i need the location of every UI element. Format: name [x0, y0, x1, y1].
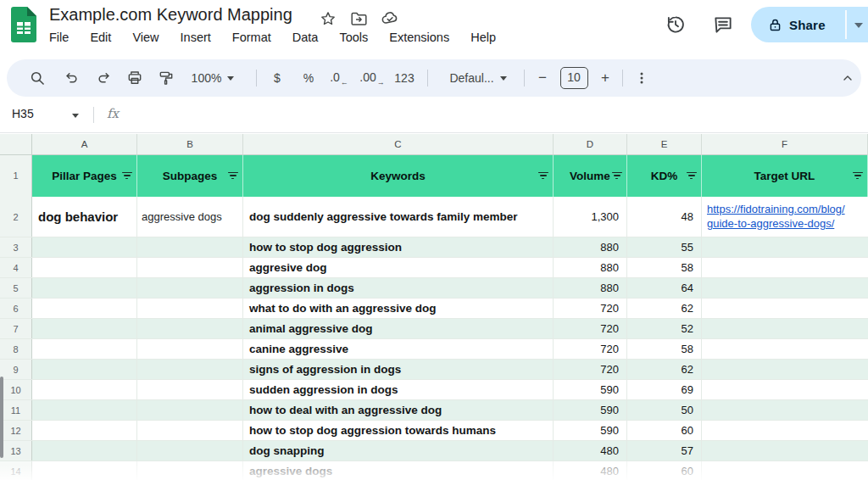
cell-E8[interactable]: 58: [627, 339, 702, 359]
cell-A7[interactable]: [32, 319, 137, 338]
cell-D4[interactable]: 880: [554, 258, 627, 277]
cell-F4[interactable]: [702, 258, 868, 277]
header-cell-keywords[interactable]: Keywords: [243, 155, 554, 197]
name-box-caret[interactable]: [72, 114, 79, 118]
column-header-e[interactable]: E: [627, 134, 702, 155]
row-header-12[interactable]: 12: [0, 421, 32, 440]
format-currency-button[interactable]: $: [264, 59, 291, 97]
row-header-2[interactable]: 2: [0, 197, 32, 237]
cell-C9[interactable]: signs of aggression in dogs: [243, 360, 554, 379]
cell-E11[interactable]: 50: [627, 400, 702, 420]
left-edge-scrollbar[interactable]: [0, 377, 3, 458]
cell-C11[interactable]: how to deal with an aggressive dog: [243, 400, 554, 420]
sheets-logo-icon[interactable]: [11, 7, 36, 42]
cell-F5[interactable]: [702, 278, 868, 298]
filter-icon[interactable]: [537, 172, 548, 181]
column-header-a[interactable]: A: [32, 134, 137, 155]
cell-F2[interactable]: https://fidotraining.com/blog/guide-to-a…: [702, 197, 868, 237]
target-url-link[interactable]: https://fidotraining.com/blog/: [707, 203, 868, 217]
cell-F13[interactable]: [702, 441, 868, 460]
cell-E9[interactable]: 62: [627, 360, 702, 379]
menu-item-insert[interactable]: Insert: [181, 31, 211, 44]
cell-B6[interactable]: [137, 299, 243, 318]
cell-A5[interactable]: [32, 278, 137, 298]
cell-B7[interactable]: [137, 319, 243, 338]
row-header-1[interactable]: 1: [0, 155, 32, 197]
filter-icon[interactable]: [611, 172, 622, 181]
row-header-9[interactable]: 9: [0, 360, 32, 379]
print-button[interactable]: [121, 59, 148, 97]
zoom-select[interactable]: 100%: [185, 59, 241, 97]
cell-F12[interactable]: [702, 421, 868, 440]
header-cell-target-url[interactable]: Target URL: [702, 155, 868, 197]
filter-icon[interactable]: [686, 172, 697, 181]
row-header-14[interactable]: 14: [0, 461, 32, 480]
cell-E5[interactable]: 64: [627, 278, 702, 298]
menu-item-help[interactable]: Help: [470, 31, 496, 44]
cell-F9[interactable]: [702, 360, 868, 379]
column-header-c[interactable]: C: [243, 134, 554, 155]
paint-format-button[interactable]: [153, 59, 180, 97]
cell-D14[interactable]: 480: [554, 461, 627, 480]
target-url-link[interactable]: guide-to-aggressive-dogs/: [707, 217, 868, 232]
format-percent-button[interactable]: %: [295, 59, 322, 97]
menu-item-edit[interactable]: Edit: [90, 31, 111, 44]
more-toolbar-button[interactable]: [629, 59, 654, 97]
cell-C3[interactable]: how to stop dog aggression: [243, 237, 554, 257]
cell-A11[interactable]: [32, 400, 137, 420]
cell-A14[interactable]: [32, 461, 137, 480]
cell-A2[interactable]: dog behavior: [32, 197, 137, 237]
cell-F10[interactable]: [702, 380, 868, 399]
cell-F14[interactable]: [702, 461, 868, 480]
cell-B12[interactable]: [137, 421, 243, 440]
increase-decimal-button[interactable]: .00→: [356, 59, 388, 97]
name-box[interactable]: H35: [12, 107, 34, 120]
menu-item-tools[interactable]: Tools: [339, 31, 368, 44]
header-cell-subpages[interactable]: Subpages: [137, 155, 243, 197]
menu-item-data[interactable]: Data: [292, 31, 319, 44]
increase-font-size-button[interactable]: +: [593, 59, 618, 97]
cell-A13[interactable]: [32, 441, 137, 460]
cell-C4[interactable]: aggresive dog: [243, 258, 554, 277]
document-title[interactable]: Example.com Keyword Mapping: [49, 5, 292, 25]
cell-F8[interactable]: [702, 339, 868, 359]
menu-item-format[interactable]: Format: [232, 31, 271, 44]
row-header-7[interactable]: 7: [0, 319, 32, 338]
column-header-f[interactable]: F: [702, 134, 868, 155]
row-header-13[interactable]: 13: [0, 441, 32, 460]
cell-B5[interactable]: [137, 278, 243, 298]
cell-A4[interactable]: [32, 258, 137, 277]
cell-E6[interactable]: 62: [627, 299, 702, 318]
cell-A12[interactable]: [32, 421, 137, 440]
cell-A9[interactable]: [32, 360, 137, 379]
cell-A10[interactable]: [32, 380, 137, 399]
cell-B11[interactable]: [137, 400, 243, 420]
menu-item-view[interactable]: View: [132, 31, 159, 44]
cell-C2[interactable]: dog suddenly aggressive towards family m…: [243, 197, 554, 237]
share-dropdown-caret[interactable]: [854, 23, 863, 28]
cell-E2[interactable]: 48: [627, 197, 702, 237]
cell-F11[interactable]: [702, 400, 868, 420]
cell-C7[interactable]: animal aggressive dog: [243, 319, 554, 338]
cloud-saved-icon[interactable]: [381, 9, 399, 28]
cell-B13[interactable]: [137, 441, 243, 460]
filter-icon[interactable]: [852, 172, 863, 181]
cell-D10[interactable]: 590: [554, 380, 627, 399]
row-header-5[interactable]: 5: [0, 278, 32, 298]
formula-input[interactable]: [136, 107, 860, 124]
cell-A6[interactable]: [32, 299, 137, 318]
row-header-10[interactable]: 10: [0, 380, 32, 399]
select-all-corner[interactable]: [0, 134, 32, 155]
cell-D11[interactable]: 590: [554, 400, 627, 420]
decrease-decimal-button[interactable]: .0←: [325, 59, 353, 97]
row-header-11[interactable]: 11: [0, 400, 32, 420]
collapse-toolbar-button[interactable]: [834, 59, 861, 97]
column-header-b[interactable]: B: [137, 134, 243, 155]
cell-D5[interactable]: 880: [554, 278, 627, 298]
star-icon[interactable]: [319, 9, 337, 28]
cell-C6[interactable]: what to do with an aggressive dog: [243, 299, 554, 318]
cell-E12[interactable]: 60: [627, 421, 702, 440]
cell-E10[interactable]: 69: [627, 380, 702, 399]
font-select[interactable]: Defaul...: [437, 59, 519, 97]
cell-E14[interactable]: 60: [627, 461, 702, 480]
